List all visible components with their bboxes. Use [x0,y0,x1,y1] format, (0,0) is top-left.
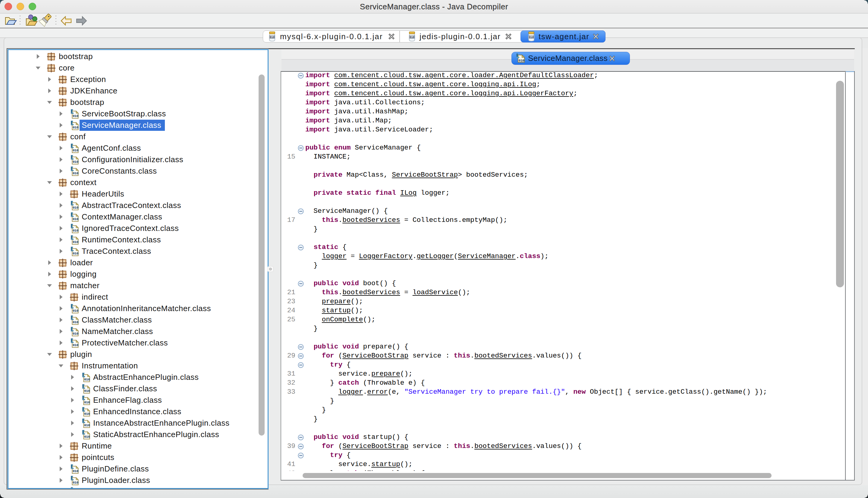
svg-text:010: 010 [72,331,79,336]
svg-text:010: 010 [72,481,79,484]
svg-text:010: 010 [72,309,79,313]
svg-text:010: 010 [72,171,79,175]
svg-text:010: 010 [519,59,524,62]
svg-text:010: 010 [84,400,90,404]
svg-text:010: 010 [72,114,79,118]
svg-text:010: 010 [72,206,79,210]
svg-text:010: 010 [72,228,79,233]
svg-text:010: 010 [72,148,79,152]
svg-text:010: 010 [529,36,534,39]
svg-text:010: 010 [84,435,90,438]
svg-text:010: 010 [72,251,79,255]
svg-text:010: 010 [72,126,79,129]
svg-text:010: 010 [84,412,90,416]
svg-text:010: 010 [72,240,79,244]
svg-text:010: 010 [72,160,79,164]
svg-text:010: 010 [72,217,79,221]
svg-text:010: 010 [410,36,414,39]
svg-text:010: 010 [84,423,90,427]
svg-text:010: 010 [72,343,79,347]
svg-text:010: 010 [84,389,90,393]
svg-text:010: 010 [84,377,90,381]
svg-text:010: 010 [72,469,79,473]
svg-text:010: 010 [270,36,275,39]
svg-text:010: 010 [72,320,79,324]
